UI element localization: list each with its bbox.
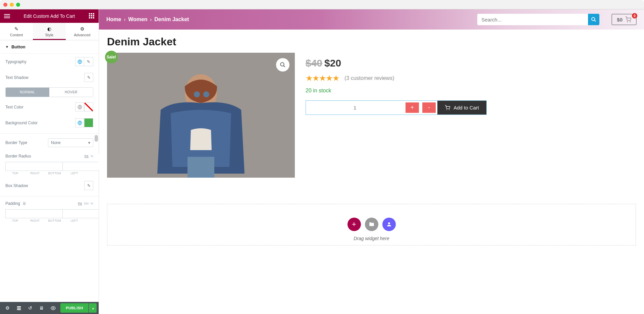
top-bar: Home › Women › Denim Jacket $0 0: [99, 9, 644, 30]
product-meta: $40$20 ★★★★★ (3 customer reviews) 20 in …: [306, 53, 636, 178]
label-text-color: Text Color: [5, 105, 23, 109]
product-image[interactable]: Sale!: [107, 53, 295, 178]
global-typography-button[interactable]: [75, 57, 84, 66]
search-input[interactable]: [477, 14, 588, 25]
qty-plus-button[interactable]: +: [405, 102, 420, 114]
chevron-right-icon: ›: [124, 17, 125, 22]
radius-right[interactable]: [62, 162, 99, 171]
label-border-radius: Border Radius: [5, 154, 31, 159]
svg-point-13: [446, 109, 447, 110]
row-padding: Padding 🖥 PX EM %: [0, 198, 99, 209]
responsive-button[interactable]: 🖥: [36, 303, 47, 313]
bg-color-swatch[interactable]: [84, 118, 93, 127]
tab-content[interactable]: ✎ Content: [0, 23, 33, 40]
dim-label-left: LEFT: [64, 172, 84, 175]
cart-badge: 0: [632, 13, 637, 18]
svg-point-3: [52, 307, 54, 309]
controls-list: Typography ✎ Text Shadow ✎ NORMAL HOVER: [0, 54, 99, 302]
tab-style[interactable]: ◐ Style: [33, 23, 66, 40]
label-padding: Padding: [5, 201, 20, 206]
tab-content-label: Content: [10, 33, 23, 37]
minimize-window-icon[interactable]: [10, 3, 14, 7]
preview-button[interactable]: [48, 303, 58, 313]
svg-rect-12: [187, 157, 214, 178]
svg-point-4: [592, 17, 595, 20]
menu-icon[interactable]: [4, 13, 10, 19]
contrast-icon: ◐: [47, 26, 51, 32]
row-text-shadow: Text Shadow ✎: [0, 70, 99, 85]
drop-zone[interactable]: + Drag widget here: [107, 204, 636, 245]
label-box-shadow: Box Shadow: [5, 183, 28, 188]
state-hover[interactable]: HOVER: [49, 88, 93, 97]
breadcrumb-home[interactable]: Home: [106, 16, 121, 23]
state-normal[interactable]: NORMAL: [6, 88, 49, 97]
add-section-button[interactable]: +: [347, 218, 361, 231]
edit-text-shadow-button[interactable]: ✎: [84, 73, 93, 82]
svg-point-14: [449, 109, 449, 110]
editor-title: Edit Custom Add To Cart: [10, 13, 89, 19]
product-title: Denim Jacket: [107, 36, 636, 48]
responsive-icon[interactable]: 🖥: [22, 201, 26, 206]
old-price: $40: [306, 57, 322, 69]
breadcrumb-women[interactable]: Women: [128, 16, 147, 23]
review-count[interactable]: (3 customer reviews): [344, 75, 394, 81]
drop-zone-text: Drag widget here: [354, 236, 389, 241]
label-typography: Typography: [5, 59, 26, 64]
border-radius-inputs: [5, 162, 93, 171]
add-to-cart-widget: + - Add to Cart: [306, 100, 487, 115]
template-button[interactable]: [365, 218, 378, 231]
settings-button[interactable]: ⚙: [2, 303, 13, 313]
padding-right[interactable]: [62, 209, 99, 218]
search-button[interactable]: [588, 14, 599, 25]
scroll-thumb[interactable]: [95, 135, 98, 142]
tab-advanced-label: Advanced: [74, 33, 91, 37]
dim-label-bottom: BOTTOM: [45, 172, 65, 175]
window-chrome: [0, 0, 644, 9]
history-button[interactable]: ↺: [25, 303, 36, 313]
current-price: $20: [324, 57, 341, 69]
unit-pct-padding[interactable]: %: [91, 202, 93, 205]
unit-px-radius[interactable]: PX: [85, 154, 89, 158]
preview-area: Home › Women › Denim Jacket $0 0 Denim J…: [99, 9, 644, 314]
widgets-icon[interactable]: [89, 13, 95, 19]
text-color-swatch[interactable]: [84, 102, 93, 111]
tab-advanced[interactable]: ⚙ Advanced: [66, 23, 99, 40]
zoom-button[interactable]: [276, 58, 289, 72]
edit-typography-button[interactable]: ✎: [84, 57, 93, 66]
sidebar-footer: ⚙ ↺ 🖥 PUBLISH ▴: [0, 302, 99, 314]
global-text-color-button[interactable]: [75, 102, 84, 111]
global-bg-color-button[interactable]: [75, 118, 84, 127]
dim-label-right: RIGHT: [25, 172, 45, 175]
quantity-input[interactable]: [306, 101, 404, 115]
unit-px-padding[interactable]: PX: [78, 202, 82, 205]
unit-pct-radius[interactable]: %: [91, 154, 93, 158]
pencil-icon: ✎: [14, 26, 18, 32]
qty-minus-button[interactable]: -: [422, 102, 436, 114]
publish-dropdown[interactable]: ▴: [89, 303, 97, 313]
close-window-icon[interactable]: [3, 3, 7, 7]
label-border-type: Border Type: [5, 140, 27, 145]
row-border-radius: Border Radius PX %: [0, 150, 99, 162]
padding-inputs: [5, 209, 93, 218]
edit-box-shadow-button[interactable]: ✎: [84, 181, 93, 190]
sidebar-scrollbar[interactable]: [94, 54, 99, 302]
row-text-color: Text Color: [0, 99, 99, 115]
label-bg-color: Background Color: [5, 121, 38, 125]
maximize-window-icon[interactable]: [16, 3, 20, 7]
radius-top[interactable]: [5, 162, 62, 171]
product-photo: [107, 53, 295, 178]
navigator-button[interactable]: [13, 303, 24, 313]
row-border-type: Border Type None ▾: [0, 135, 99, 150]
cart-button[interactable]: $0 0: [611, 14, 637, 25]
padding-top[interactable]: [5, 209, 62, 218]
publish-button[interactable]: PUBLISH: [60, 303, 89, 313]
add-to-cart-button[interactable]: Add to Cart: [437, 101, 486, 115]
svg-point-7: [280, 62, 284, 66]
rating-row: ★★★★★ (3 customer reviews): [306, 74, 636, 83]
section-label: Button: [11, 44, 25, 49]
breadcrumb-product: Denim Jacket: [154, 16, 189, 23]
unit-em-padding[interactable]: EM: [84, 202, 89, 205]
border-type-select[interactable]: None ▾: [48, 138, 93, 147]
section-button[interactable]: ▼ Button: [0, 40, 99, 54]
global-widget-button[interactable]: [382, 218, 396, 231]
